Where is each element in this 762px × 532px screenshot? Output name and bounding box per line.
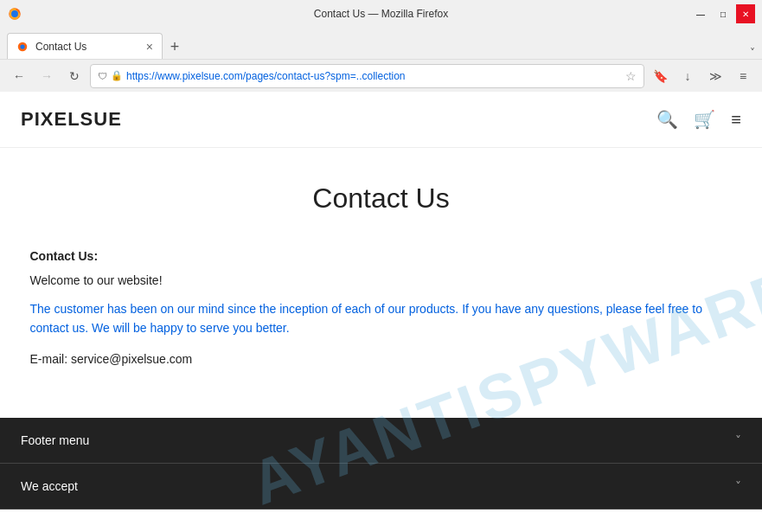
shield-icon: 🛡 xyxy=(98,71,107,81)
minimize-button[interactable]: — xyxy=(691,4,710,23)
firefox-icon xyxy=(7,6,22,22)
lock-icon: 🔒 xyxy=(111,70,123,81)
contact-heading: Contact Us: xyxy=(30,249,733,263)
nav-bar: ← → ↻ 🛡 🔒 https://www.pixelsue.com/pages… xyxy=(0,59,762,92)
maximize-button[interactable]: □ xyxy=(714,4,733,23)
title-bar-left xyxy=(7,6,22,22)
browser-menu-button[interactable]: ≡ xyxy=(731,64,755,88)
close-button[interactable]: ✕ xyxy=(736,4,755,23)
tab-label: Contact Us xyxy=(35,41,139,53)
main-content: Contact Us Contact Us: Welcome to our we… xyxy=(10,148,753,418)
browser-tab[interactable]: Contact Us × xyxy=(7,33,163,59)
tab-bar-right: ˅ xyxy=(750,47,755,59)
site-menu-button[interactable]: ≡ xyxy=(731,110,741,130)
contact-welcome: Welcome to our website! xyxy=(30,273,733,287)
footer-we-accept-label: We accept xyxy=(21,479,78,493)
tab-favicon xyxy=(16,41,29,53)
header-icons: 🔍 🛒 ≡ xyxy=(656,109,741,130)
url-text: https://www.pixelsue.com/pages/contact-u… xyxy=(126,70,622,82)
contact-section: Contact Us: Welcome to our website! The … xyxy=(30,249,733,366)
new-tab-button[interactable]: + xyxy=(163,35,187,59)
page-title: Contact Us xyxy=(30,183,733,215)
tab-close-button[interactable]: × xyxy=(146,40,153,54)
reload-button[interactable]: ↻ xyxy=(62,64,86,88)
svg-point-3 xyxy=(20,44,24,48)
site-logo: PIXELSUE xyxy=(21,108,122,131)
site-header: PIXELSUE 🔍 🛒 ≡ xyxy=(0,92,762,148)
content-wrapper: AYANTISPYWARE.COM Contact Us Contact Us:… xyxy=(0,148,762,418)
footer-menu-chevron-icon: ˅ xyxy=(735,433,741,447)
tab-overflow-chevron-icon[interactable]: ˅ xyxy=(750,47,755,59)
browser-chrome: Contact Us — Mozilla Firefox — □ ✕ Conta… xyxy=(0,0,762,92)
email-address: service@pixelsue.com xyxy=(71,352,192,366)
forward-button[interactable]: → xyxy=(35,64,59,88)
bookmark-button[interactable]: 🔖 xyxy=(648,64,672,88)
download-button[interactable]: ↓ xyxy=(676,64,700,88)
window-controls: — □ ✕ xyxy=(691,4,755,23)
title-bar: Contact Us — Mozilla Firefox — □ ✕ xyxy=(0,0,762,28)
website-content: PIXELSUE 🔍 🛒 ≡ AYANTISPYWARE.COM Contact… xyxy=(0,92,762,532)
contact-email: E-mail: service@pixelsue.com xyxy=(30,352,733,366)
cart-button[interactable]: 🛒 xyxy=(694,109,715,130)
address-bar[interactable]: 🛡 🔒 https://www.pixelsue.com/pages/conta… xyxy=(90,64,644,88)
contact-description: The customer has been on our mind since … xyxy=(30,299,733,338)
footer-menu-section[interactable]: Footer menu ˅ xyxy=(0,418,762,464)
tab-bar: Contact Us × + ˅ xyxy=(0,28,762,59)
site-footer: Footer menu ˅ We accept ˅ xyxy=(0,418,762,510)
svg-point-1 xyxy=(11,10,18,17)
title-bar-title: Contact Us — Mozilla Firefox xyxy=(314,8,448,20)
footer-we-accept-chevron-icon: ˅ xyxy=(735,479,741,493)
nav-bar-right: 🔖 ↓ ≫ ≡ xyxy=(648,64,755,88)
bookmark-star-icon[interactable]: ☆ xyxy=(625,69,637,83)
footer-menu-label: Footer menu xyxy=(21,433,89,447)
back-button[interactable]: ← xyxy=(7,64,31,88)
footer-we-accept-section[interactable]: We accept ˅ xyxy=(0,464,762,510)
extensions-button[interactable]: ≫ xyxy=(703,64,727,88)
email-label: E-mail: xyxy=(30,352,68,366)
search-button[interactable]: 🔍 xyxy=(656,109,678,130)
